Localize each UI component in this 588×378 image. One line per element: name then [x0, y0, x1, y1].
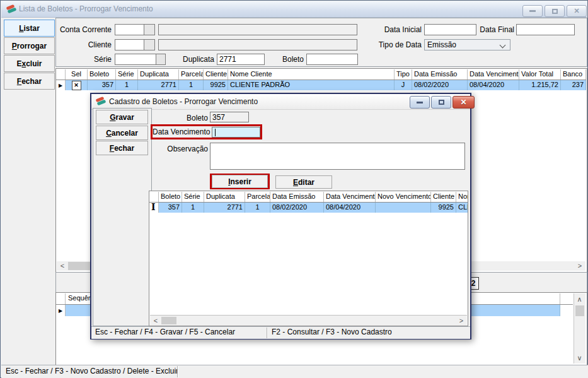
checkbox-checked-icon[interactable]: ✕: [72, 81, 81, 90]
row-marker-icon: ▶: [56, 305, 66, 316]
mcol-serie[interactable]: Série: [182, 192, 204, 202]
observacao-textarea[interactable]: [210, 143, 465, 170]
modal-minimize-button[interactable]: [410, 96, 430, 109]
scroll-up-icon[interactable]: ∧: [574, 295, 585, 304]
chevron-down-icon: [500, 42, 506, 49]
conta-corrente-lookup-button[interactable]: [144, 24, 155, 35]
maximize-button[interactable]: [545, 5, 565, 17]
cliente-display: [158, 39, 357, 50]
status-divider: [267, 328, 268, 338]
bottom-grid-vscrollbar[interactable]: ∧ ∨: [574, 293, 585, 363]
modal-status-left: Esc - Fechar / F4 - Gravar / F5 - Cancel…: [95, 328, 235, 336]
mcol-nome-cliente[interactable]: Nome Cliente: [456, 192, 468, 202]
main-titlebar: Lista de Boletos - Prorrogar Vencimento …: [1, 1, 587, 18]
mcell-novo-vencimento: [376, 203, 431, 213]
boleto-input[interactable]: [306, 54, 358, 65]
conta-corrente-input[interactable]: [115, 24, 144, 35]
bottom-header-marker: [56, 293, 66, 304]
cell-tipo: J: [395, 80, 412, 90]
close-button[interactable]: ✕: [567, 5, 587, 17]
grid-header-marker: [56, 69, 66, 80]
col-nome-cliente[interactable]: Nome Cliente: [228, 69, 395, 80]
prorrogar-button[interactable]: Prorrogar: [4, 37, 55, 54]
conta-corrente-display: [158, 24, 357, 35]
maximize-icon: [552, 9, 558, 14]
cancelar-label: Cancelar: [106, 129, 138, 138]
editar-button[interactable]: Editar: [275, 175, 332, 189]
cell-nome-cliente: CLIENTE PADRÃO: [228, 80, 395, 90]
inserir-button[interactable]: Inserir: [212, 175, 268, 188]
text-caret: [215, 129, 216, 136]
scroll-right-icon[interactable]: >: [575, 261, 584, 270]
cadastro-boletos-dialog: Cadastro de Boletos - Prorrogar Vencimen…: [90, 93, 471, 340]
tipo-de-data-label: Tipo de Data: [365, 40, 422, 49]
status-divider: [177, 366, 178, 377]
data-vencimento-label: Data Vencimento: [153, 127, 212, 136]
fechar-button[interactable]: Fechar: [4, 73, 55, 90]
data-vencimento-highlight: Data Vencimento: [151, 124, 262, 139]
col-data-vencimento[interactable]: Data Vencimento: [468, 69, 519, 80]
col-parcela[interactable]: Parcela: [179, 69, 204, 80]
cell-data-emissao: 08/02/2020: [412, 80, 468, 90]
scroll-left-icon[interactable]: <: [151, 316, 160, 325]
mcol-data-vencimento[interactable]: Data Vencimento: [324, 192, 376, 202]
serie-input[interactable]: [115, 54, 156, 65]
listar-button[interactable]: Listar: [4, 20, 55, 37]
mcol-parcela[interactable]: Parcela: [245, 192, 270, 202]
scroll-down-icon[interactable]: ∨: [574, 353, 585, 362]
mcol-novo-vencimento[interactable]: Novo Vencimento: [376, 192, 431, 202]
cell-cliente: 9925: [204, 80, 228, 90]
scrollbar-thumb[interactable]: [161, 317, 176, 324]
minimize-icon: [417, 102, 423, 103]
prorrogacao-grid: Boleto Série Duplicata Parcela Data Emis…: [149, 191, 468, 326]
col-serie[interactable]: Série: [116, 69, 138, 80]
listar-label: Listar: [19, 24, 40, 33]
mcol-data-emissao[interactable]: Data Emissão: [270, 192, 324, 202]
cell-boleto: 357: [88, 80, 116, 90]
col-duplicata[interactable]: Duplicata: [138, 69, 179, 80]
mcol-duplicata[interactable]: Duplicata: [204, 192, 245, 202]
modal-table-row[interactable]: 357 1 2771 1 08/02/2020 08/04/2020 9925 …: [149, 203, 468, 213]
cell-banco: 237: [561, 80, 586, 90]
tipo-de-data-select[interactable]: Emissão: [424, 39, 510, 50]
mcol-cliente[interactable]: Cliente: [431, 192, 456, 202]
cell-data-vencimento: 08/04/2020: [468, 80, 519, 90]
minimize-button[interactable]: [522, 5, 543, 17]
mcell-nome-cliente: CLIENTE PADRÃO: [456, 203, 468, 213]
excluir-label: Excluir: [16, 59, 42, 68]
scrollbar-thumb[interactable]: [575, 305, 584, 316]
modal-status-right: F2 - Consultar / F3 - Novo Cadastro: [272, 328, 392, 336]
modal-maximize-button[interactable]: [431, 96, 451, 109]
col-banco[interactable]: Banco: [561, 69, 586, 80]
maximize-icon: [439, 100, 444, 105]
mcell-cliente: 9925: [431, 203, 456, 213]
excluir-button[interactable]: Excluir: [4, 55, 55, 72]
col-sel[interactable]: Sel: [66, 69, 88, 80]
col-tipo[interactable]: Tipo: [395, 69, 412, 80]
scroll-left-icon[interactable]: <: [58, 261, 67, 270]
modal-grid-header-row: Boleto Série Duplicata Parcela Data Emis…: [149, 192, 468, 203]
cliente-lookup-button[interactable]: [144, 39, 155, 50]
col-valor-total[interactable]: Valor Total: [519, 69, 561, 80]
inserir-highlight: Inserir: [210, 174, 270, 189]
col-boleto[interactable]: Boleto: [88, 69, 116, 80]
data-final-input[interactable]: [516, 24, 575, 35]
scroll-right-icon[interactable]: >: [457, 316, 466, 325]
mcol-boleto[interactable]: Boleto: [159, 192, 182, 202]
modal-close-button[interactable]: ✕: [453, 96, 475, 109]
cliente-input[interactable]: [115, 39, 144, 50]
data-vencimento-input[interactable]: [212, 127, 260, 138]
editar-label: Editar: [293, 178, 314, 187]
mcell-boleto: 357: [159, 203, 182, 213]
filter-panel: Conta Corrente Data Inicial Data Final C…: [55, 18, 587, 67]
scrollbar-thumb[interactable]: [68, 262, 91, 270]
col-cliente[interactable]: Cliente: [204, 69, 228, 80]
mcell-parcela: 1: [245, 203, 270, 213]
grid-header-row: Sel Boleto Série Duplicata Parcela Clien…: [56, 69, 586, 80]
sel-cell[interactable]: ✕: [66, 80, 88, 90]
table-row[interactable]: ▶ ✕ 357 1 2771 1 9925 CLIENTE PADRÃO J 0…: [56, 80, 586, 90]
col-data-emissao[interactable]: Data Emissão: [412, 69, 468, 80]
modal-grid-hscrollbar[interactable]: < >: [150, 315, 467, 326]
cancelar-button[interactable]: Cancelar: [96, 126, 148, 140]
boleto-label: Boleto: [247, 55, 304, 64]
